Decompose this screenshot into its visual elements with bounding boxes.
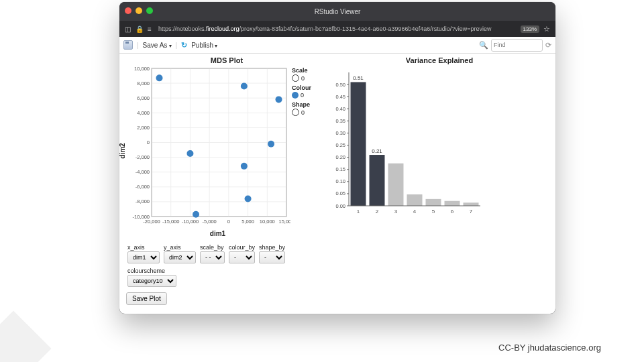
shield-icon[interactable]: ◫ xyxy=(125,25,131,33)
legend-shape-swatch-icon xyxy=(292,109,299,116)
find-input[interactable] xyxy=(491,39,543,52)
control-row: x_axis dim1 y_axis dim2 scale_by - - col… xyxy=(127,244,327,287)
search-icon: 🔍 xyxy=(479,41,488,50)
colourscheme-label: colourscheme xyxy=(127,267,176,274)
divider: | xyxy=(137,42,139,49)
scatter-title: MDS Plot xyxy=(126,56,327,64)
bookmark-star-icon[interactable]: ☆ xyxy=(543,25,550,34)
legend-colour-title: Colour xyxy=(292,84,311,91)
publish-icon: ↻ xyxy=(181,41,187,50)
svg-text:-10,000: -10,000 xyxy=(182,219,199,225)
y-axis-select[interactable]: dim2 xyxy=(164,251,196,263)
svg-text:-8,000: -8,000 xyxy=(136,198,150,204)
svg-text:6: 6 xyxy=(451,208,454,215)
svg-text:5: 5 xyxy=(432,208,435,215)
window-close-icon[interactable] xyxy=(125,7,131,14)
svg-text:0.20: 0.20 xyxy=(335,154,345,160)
traffic-lights xyxy=(125,7,153,14)
scale-by-select[interactable]: - - xyxy=(200,251,225,263)
svg-text:-15,000: -15,000 xyxy=(162,219,179,225)
save-as-button[interactable]: Save As xyxy=(143,42,172,49)
url-field[interactable]: https://notebooks.firecloud.org/proxy/te… xyxy=(158,25,517,32)
scatter-point xyxy=(241,163,248,170)
svg-text:15,000: 15,000 xyxy=(279,219,290,225)
window-title: RStudio Viewer xyxy=(119,8,555,15)
address-bar-icons: ◫ 🔒 ≡ xyxy=(125,25,154,33)
bar xyxy=(426,199,441,206)
permissions-icon[interactable]: ≡ xyxy=(148,25,152,33)
svg-text:0: 0 xyxy=(227,219,230,225)
bar-title: Variance Explained xyxy=(330,56,549,64)
bar xyxy=(445,201,460,206)
url-pre: https://notebooks. xyxy=(158,25,206,32)
colour-by-select[interactable]: - xyxy=(229,251,255,263)
window-minimize-icon[interactable] xyxy=(136,7,142,14)
scatter-point xyxy=(186,150,193,157)
publish-button[interactable]: Publish xyxy=(191,42,217,49)
save-plot-button[interactable]: Save Plot xyxy=(126,292,167,305)
scatter-point xyxy=(193,211,199,218)
svg-text:7: 7 xyxy=(470,208,473,215)
disk-icon[interactable] xyxy=(123,40,133,50)
bar-chart: 0.000.050.100.150.200.250.300.350.400.45… xyxy=(330,66,484,217)
svg-text:0.45: 0.45 xyxy=(335,94,345,100)
svg-text:0.50: 0.50 xyxy=(335,82,345,88)
legend-scale-value: 0 xyxy=(301,75,305,82)
shape-by-select[interactable]: - xyxy=(259,251,285,263)
svg-text:0.30: 0.30 xyxy=(335,130,345,136)
svg-text:4: 4 xyxy=(413,208,417,215)
title-bar: RStudio Viewer xyxy=(119,2,555,21)
legend-scale-swatch-icon xyxy=(292,74,299,82)
svg-text:0.21: 0.21 xyxy=(372,148,382,154)
scatter-x-label: dim1 xyxy=(145,230,290,237)
shape-by-label: shape_by xyxy=(259,244,285,251)
svg-text:0.51: 0.51 xyxy=(353,75,364,81)
svg-text:4,000: 4,000 xyxy=(137,110,150,116)
scatter-plot: -20,000-15,000-10,000-5,00005,00010,0001… xyxy=(126,66,290,230)
refresh-icon[interactable]: ⟳ xyxy=(545,41,551,50)
svg-text:-6,000: -6,000 xyxy=(136,184,150,190)
legend-scale-title: Scale xyxy=(292,67,311,74)
legend-colour-swatch-icon xyxy=(292,92,299,99)
svg-text:0.05: 0.05 xyxy=(335,190,345,196)
svg-text:10,000: 10,000 xyxy=(260,219,275,225)
legend-shape-title: Shape xyxy=(292,101,311,108)
svg-text:5,000: 5,000 xyxy=(241,219,254,225)
scatter-panel: MDS Plot dim2 -20,000-15,000-10,000-5,00… xyxy=(126,56,327,305)
legend-shape-value: 0 xyxy=(301,109,305,116)
scatter-point xyxy=(156,74,162,81)
x-axis-select[interactable]: dim1 xyxy=(127,251,160,263)
app-window: RStudio Viewer ◫ 🔒 ≡ https://notebooks.f… xyxy=(119,2,555,314)
svg-text:0: 0 xyxy=(147,139,150,145)
bar-panel: Variance Explained 0.000.050.100.150.200… xyxy=(330,56,549,305)
svg-text:10,000: 10,000 xyxy=(134,66,150,72)
legend-colour-value: 0 xyxy=(301,92,304,99)
bar xyxy=(464,202,479,206)
svg-text:0.35: 0.35 xyxy=(335,118,345,124)
scatter-point xyxy=(268,141,274,147)
svg-text:8,000: 8,000 xyxy=(137,80,150,86)
corner-decoration xyxy=(0,310,52,362)
bar xyxy=(388,164,404,206)
svg-text:-5,000: -5,000 xyxy=(203,219,217,225)
window-maximize-icon[interactable] xyxy=(146,7,153,14)
x-axis-label: x_axis xyxy=(127,244,160,251)
scatter-y-label: dim2 xyxy=(119,143,126,158)
attribution: CC-BY jhudatascience.org xyxy=(498,343,601,353)
scatter-legend: Scale 0 Colour 0 Shape 0 xyxy=(292,66,311,237)
divider: | xyxy=(176,42,178,49)
svg-text:2: 2 xyxy=(376,208,379,215)
colourscheme-select[interactable]: category10 xyxy=(127,275,176,287)
scatter-point xyxy=(276,96,282,103)
zoom-badge[interactable]: 133% xyxy=(521,25,539,33)
y-axis-label: y_axis xyxy=(164,244,196,251)
svg-text:-2,000: -2,000 xyxy=(136,154,150,160)
svg-text:0.10: 0.10 xyxy=(335,178,345,184)
svg-text:3: 3 xyxy=(394,208,398,215)
svg-text:-10,000: -10,000 xyxy=(133,214,150,220)
bar xyxy=(407,194,423,206)
svg-text:1: 1 xyxy=(357,208,360,215)
viewer-body: MDS Plot dim2 -20,000-15,000-10,000-5,00… xyxy=(119,54,555,308)
scatter-point xyxy=(241,83,248,90)
svg-text:0.15: 0.15 xyxy=(335,166,345,172)
